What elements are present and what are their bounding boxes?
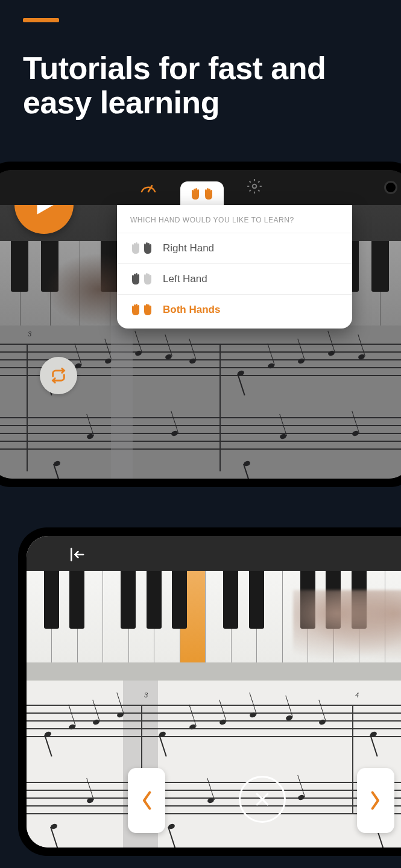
- option-both-hands[interactable]: Both Hands: [117, 294, 352, 325]
- option-right-hand[interactable]: Right Hand: [117, 233, 352, 263]
- hand-selection-popover: WHICH HAND WOULD YOU LIKE TO LEARN? Righ…: [117, 205, 352, 329]
- sheet-music-area: 3: [0, 326, 401, 479]
- hands-tab[interactable]: [180, 181, 224, 206]
- hands-icon: [130, 303, 153, 316]
- phone-mockup-top: WHICH HAND WOULD YOU LIKE TO LEARN? Righ…: [0, 162, 401, 487]
- gear-icon[interactable]: [247, 178, 262, 197]
- phone-mockup-bottom: 3 4: [18, 527, 401, 856]
- popover-title: WHICH HAND WOULD YOU LIKE TO LEARN?: [117, 205, 352, 233]
- phone-camera: [384, 181, 397, 194]
- next-button[interactable]: [357, 768, 394, 833]
- accent-bar: [23, 18, 59, 22]
- player-toolbar: [0, 170, 401, 205]
- speed-icon[interactable]: [139, 180, 157, 195]
- back-button[interactable]: [68, 546, 88, 566]
- fingering-number: 3: [144, 691, 148, 699]
- sheet-music-area: 3 4: [27, 681, 401, 848]
- option-left-hand[interactable]: Left Hand: [117, 263, 352, 294]
- option-label: Left Hand: [163, 273, 207, 285]
- headline: Tutorials for fast and easy learning: [23, 51, 383, 120]
- option-label: Both Hands: [163, 304, 220, 316]
- option-label: Right Hand: [163, 242, 214, 254]
- loop-button[interactable]: [40, 357, 77, 394]
- close-button[interactable]: [239, 776, 286, 823]
- previous-button[interactable]: [128, 768, 165, 833]
- hands-icon: [130, 242, 153, 255]
- fingering-number: 4: [355, 691, 359, 699]
- hands-icon: [130, 272, 153, 286]
- svg-point-1: [252, 184, 256, 189]
